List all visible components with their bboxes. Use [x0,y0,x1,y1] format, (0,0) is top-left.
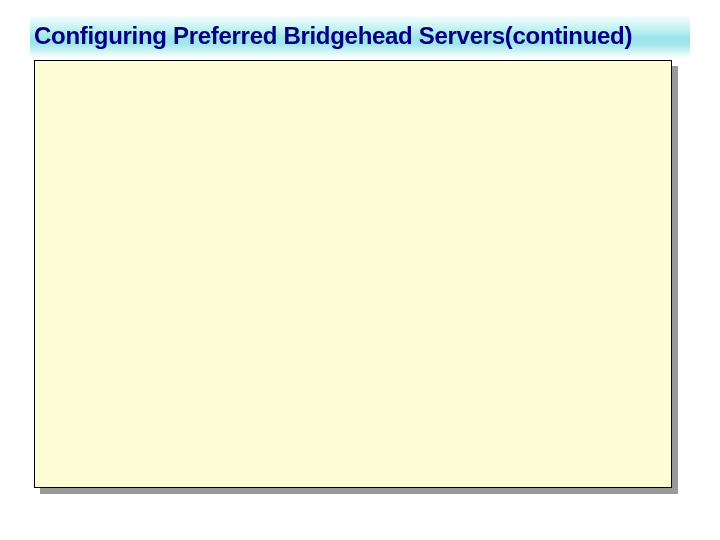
slide-title: Configuring Preferred Bridgehead Servers… [34,22,632,50]
title-continued-text: (continued) [505,22,632,49]
content-box [34,60,672,488]
title-bar: Configuring Preferred Bridgehead Servers… [30,14,690,58]
slide-container: Configuring Preferred Bridgehead Servers… [0,0,720,540]
title-main-text: Configuring Preferred Bridgehead Servers [34,22,505,49]
